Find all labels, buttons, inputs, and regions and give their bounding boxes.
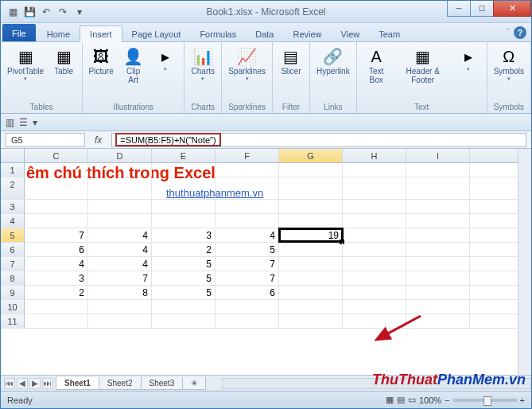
spreadsheet-grid[interactable]: CDEFGHI êm chú thích trong Excel thuthua… [1, 149, 518, 375]
tab-formulas[interactable]: Formulas [190, 26, 246, 41]
new-sheet-button[interactable]: ✳ [182, 377, 206, 390]
cell-C1[interactable] [25, 163, 88, 177]
tab-review[interactable]: Review [283, 26, 331, 41]
cell-D11[interactable] [88, 314, 152, 328]
cell-H5[interactable] [343, 228, 406, 242]
cell-H7[interactable] [343, 257, 406, 271]
cell-H8[interactable] [343, 271, 406, 285]
row-header-9[interactable]: 9 [1, 286, 25, 299]
cell-D7[interactable]: 4 [88, 257, 152, 271]
cell-H3[interactable] [343, 200, 406, 213]
sheet-next-icon[interactable]: ▶ [29, 378, 41, 389]
cell-D4[interactable] [88, 214, 152, 228]
shapes-more-button[interactable]: ▸ [150, 45, 181, 102]
cell-G8[interactable] [279, 271, 343, 285]
cell-E2[interactable] [152, 177, 216, 199]
cell-E10[interactable] [152, 300, 216, 314]
cell-D8[interactable]: 7 [88, 271, 152, 285]
cell-C8[interactable]: 3 [25, 271, 88, 285]
row-header-5[interactable]: 5 [1, 228, 25, 242]
horizontal-scrollbar[interactable] [222, 378, 531, 389]
cell-I5[interactable] [406, 228, 470, 242]
new-icon[interactable]: ▥ [6, 117, 14, 128]
cell-E7[interactable]: 5 [152, 257, 216, 271]
cell-I9[interactable] [406, 286, 470, 299]
cell-I7[interactable] [406, 257, 470, 271]
cell-E8[interactable]: 5 [152, 271, 216, 285]
headerfooter-button[interactable]: ▦Header & Footer [394, 45, 452, 102]
view-break-icon[interactable]: ▭ [408, 395, 416, 405]
row-header-10[interactable]: 10 [1, 300, 25, 314]
cell-I10[interactable] [406, 300, 470, 314]
cell-H9[interactable] [343, 286, 406, 299]
sheet-tab-sheet3[interactable]: Sheet3 [141, 377, 184, 390]
col-header-G[interactable]: G [279, 149, 343, 162]
cell-D10[interactable] [88, 300, 152, 314]
col-header-D[interactable]: D [88, 149, 152, 162]
row-header-4[interactable]: 4 [1, 214, 25, 228]
cell-C7[interactable]: 4 [25, 257, 88, 271]
cell-F5[interactable]: 4 [216, 228, 279, 242]
cell-C5[interactable]: 7 [25, 228, 88, 242]
row-header-1[interactable]: 1 [1, 163, 25, 177]
save-icon[interactable]: 💾 [22, 5, 37, 19]
cell-F11[interactable] [216, 314, 279, 328]
clipart-button[interactable]: 👤Clip Art [118, 45, 149, 102]
cell-C2[interactable] [25, 177, 88, 199]
row-header-8[interactable]: 8 [1, 271, 25, 285]
charts-button[interactable]: 📊Charts [188, 45, 218, 102]
cell-G4[interactable] [279, 214, 343, 228]
cell-I2[interactable] [406, 177, 470, 199]
cell-H10[interactable] [343, 300, 406, 314]
cell-D2[interactable] [88, 177, 152, 199]
cell-C11[interactable] [25, 314, 88, 328]
cell-C10[interactable] [25, 300, 88, 314]
cell-G2[interactable] [279, 177, 343, 199]
hyperlink-button[interactable]: 🔗Hyperlink [313, 45, 353, 102]
ribbon-minimize-icon[interactable]: ˇ [507, 28, 509, 37]
zoom-level[interactable]: 100% [419, 395, 441, 405]
cell-G7[interactable] [279, 257, 343, 271]
cell-F9[interactable]: 6 [216, 286, 279, 299]
sheet-last-icon[interactable]: ⏭ [42, 378, 53, 389]
help-icon[interactable]: ? [514, 26, 526, 39]
qat2-dropdown-icon[interactable]: ▾ [33, 117, 37, 128]
tab-team[interactable]: Team [369, 26, 410, 41]
symbols-button[interactable]: ΩSymbols [491, 45, 527, 102]
zoom-in-icon[interactable]: + [520, 395, 525, 405]
sheet-prev-icon[interactable]: ◀ [17, 378, 28, 389]
tab-home[interactable]: Home [37, 26, 80, 41]
cell-I1[interactable] [406, 163, 470, 177]
row-header-2[interactable]: 2 [1, 177, 25, 199]
name-box[interactable]: G5 [6, 133, 85, 147]
col-header-I[interactable]: I [406, 149, 470, 162]
vertical-scrollbar[interactable] [518, 149, 531, 375]
sheet-tab-sheet1[interactable]: Sheet1 [56, 377, 99, 390]
maximize-button[interactable] [470, 1, 494, 17]
cell-F4[interactable] [216, 214, 279, 228]
table-button[interactable]: ▦Table [49, 45, 79, 102]
cell-D5[interactable]: 4 [88, 228, 152, 242]
cell-F7[interactable]: 7 [216, 257, 279, 271]
open-icon[interactable]: ☰ [19, 117, 28, 128]
cell-G9[interactable] [279, 286, 343, 299]
cell-G1[interactable] [279, 163, 343, 177]
col-header-H[interactable]: H [343, 149, 406, 162]
cell-E5[interactable]: 3 [152, 228, 216, 242]
cell-G11[interactable] [279, 314, 343, 328]
cell-G3[interactable] [279, 200, 343, 213]
cell-H4[interactable] [343, 214, 406, 228]
select-all-corner[interactable] [1, 149, 25, 162]
tab-data[interactable]: Data [246, 26, 283, 41]
cell-F8[interactable]: 7 [216, 271, 279, 285]
row-header-3[interactable]: 3 [1, 200, 25, 213]
cell-I6[interactable] [406, 243, 470, 256]
cell-H11[interactable] [343, 314, 406, 328]
cell-E9[interactable]: 5 [152, 286, 216, 299]
text-more-button[interactable]: ▸ [453, 45, 483, 102]
cell-E1[interactable] [152, 163, 216, 177]
cell-D9[interactable]: 8 [88, 286, 152, 299]
cell-C6[interactable]: 6 [25, 243, 88, 256]
tab-insert[interactable]: Insert [80, 25, 122, 42]
cell-H2[interactable] [343, 177, 406, 199]
